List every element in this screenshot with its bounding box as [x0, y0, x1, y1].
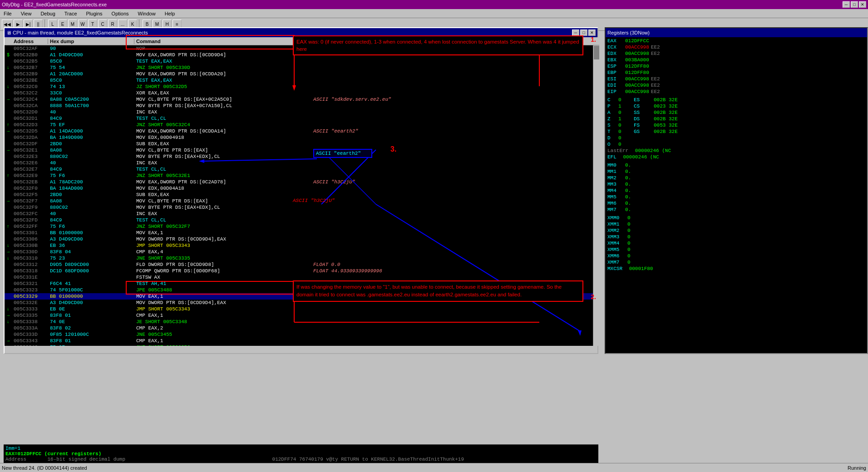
- table-row[interactable]: ↑ 005C32E9 75 F6 JNZ SHORT 005C32E1: [5, 172, 599, 179]
- flag-bit[interactable]: 0: [618, 97, 627, 103]
- table-row[interactable]: → 005C32D5 A1 14DAC000 MOV EAX,DWORD PTR…: [5, 128, 599, 134]
- table-row[interactable]: ↓ 005C32C0 74 13 JZ SHORT 005C32D5: [5, 84, 599, 90]
- table-row[interactable]: ↓ 005C3346 75 0E JNE SHORT 005C3356: [5, 344, 599, 346]
- flag-bit[interactable]: 0: [618, 135, 627, 142]
- table-row[interactable]: 005C32EB A1 78ADC200 MOV EAX,DWORD PTR D…: [5, 179, 599, 185]
- reg-value[interactable]: 00ACC998: [625, 76, 649, 83]
- table-row[interactable]: 005C32E6 40 INC EAX: [5, 160, 599, 166]
- row-address: 005C330B: [12, 243, 48, 248]
- table-row[interactable]: ↓ 005C3338 74 0E JE SHORT 005C3348: [5, 319, 599, 325]
- table-row[interactable]: 005C331E FSTSW AX: [5, 274, 599, 280]
- xmm-reg-value: 0: [627, 215, 631, 221]
- row-command: SUB EDX,EAX: [134, 141, 311, 147]
- table-row[interactable]: → 005C3335 83F8 01 CMP EAX,1: [5, 312, 599, 319]
- table-row[interactable]: 005C3301 BB 01000000 MOV EAX,1: [5, 230, 599, 236]
- flag-bit[interactable]: 0: [618, 110, 627, 116]
- imm-line: Imm=1: [5, 446, 597, 451]
- flag-row: C 0 ES 002B 32E: [607, 97, 865, 103]
- table-row[interactable]: 005C32FC 40 INC EAX: [5, 211, 599, 217]
- menu-plugins[interactable]: Plugins: [84, 10, 104, 17]
- xmm-reg-name: XMM7: [607, 260, 626, 266]
- row-command: MOV EAX,DWORD PTR DS:[0C2AD78]: [134, 179, 311, 185]
- status-left: New thread 24. (ID 00004144) created: [2, 465, 844, 471]
- table-row[interactable]: 005C32F5 2BD0 SUB EDX,EAX: [5, 192, 599, 198]
- reg-comment: EE2: [651, 89, 660, 95]
- table-row[interactable]: ↓ 005C32B7 75 54 JNZ SHORT 005C330D: [5, 64, 599, 71]
- table-row[interactable]: → 005C32C4 8A88 C0A5C200 MOV CL,BYTE PTR…: [5, 96, 599, 103]
- flag-bit[interactable]: 0: [618, 142, 627, 148]
- table-row[interactable]: 005C32DF 2BD0 SUB EDX,EAX: [5, 141, 599, 147]
- row-command: JNZ SHORT 005C32C4: [134, 122, 311, 128]
- row-hex: 83F8 02: [48, 325, 134, 331]
- table-row[interactable]: 005C32D0 40 INC EAX: [5, 109, 599, 115]
- table-row[interactable]: 005C3312 D9D5 D8D9CD00 FLD DWORD PTR DS:…: [5, 261, 599, 268]
- table-row[interactable]: ↓ 005C3333 EB 0E JMP SHORT 005C3343: [5, 306, 599, 312]
- table-row[interactable]: 005C333D 0F85 1201000C JNE 005C3455: [5, 331, 599, 338]
- reg-value[interactable]: 012DFF80: [625, 64, 649, 70]
- row-address: 005C3343: [12, 338, 48, 344]
- xmm-reg-row: XMM40: [607, 241, 865, 247]
- cpu-close[interactable]: ✕: [588, 30, 596, 36]
- row-hex: 85C0: [48, 78, 134, 83]
- menu-options[interactable]: Options: [110, 10, 131, 17]
- table-row[interactable]: 005C3306 A3 D4D9CD00 MOV DWORD PTR DS:[0…: [5, 236, 599, 242]
- cpu-minimize[interactable]: ─: [572, 30, 579, 36]
- flag-bit[interactable]: 1: [618, 103, 627, 110]
- reg-value[interactable]: 00ACC998: [625, 44, 649, 51]
- menu-window[interactable]: Window: [136, 10, 158, 17]
- table-row[interactable]: 005C32BE 85C0 TEST EAX,EAX: [5, 77, 599, 84]
- menu-bar: File View Debug Trace Plugins Options Wi…: [0, 9, 868, 18]
- table-row[interactable]: ↑ 005C32FF 75 F6 JNZ SHORT 005C32F7: [5, 223, 599, 230]
- maximize-button[interactable]: □: [851, 1, 858, 8]
- table-row[interactable]: → 005C330D 83F8 04 CMP EAX,4: [5, 249, 599, 255]
- row-hex: 2BD0: [48, 192, 134, 197]
- menu-help[interactable]: Help: [163, 10, 177, 17]
- table-row[interactable]: 005C32D1 84C9 TEST CL,CL: [5, 115, 599, 122]
- table-row[interactable]: 005C32E3 880C02 MOV BYTE PTR DS:[EAX+EDX…: [5, 153, 599, 160]
- table-row[interactable]: ↑ 005C32D3 75 EF JNZ SHORT 005C32C4: [5, 122, 599, 128]
- flag-bit[interactable]: 1: [618, 116, 627, 123]
- seg-reg-name: [634, 135, 652, 142]
- reg-value[interactable]: 00ACC998: [625, 51, 649, 57]
- mm-reg-row: MM10.: [607, 169, 865, 175]
- menu-file[interactable]: File: [2, 10, 14, 17]
- reg-value[interactable]: 012DFF80: [625, 70, 649, 76]
- table-row[interactable]: 005C32CA 8888 50A1C700 MOV BYTE PTR DS:[…: [5, 103, 599, 109]
- arrow-indicator: →: [5, 199, 12, 204]
- row-command: FLD DWORD PTR DS:[0CDD9D8]: [134, 262, 311, 267]
- scrollbar-thumb[interactable]: [594, 46, 599, 59]
- close-button[interactable]: ✕: [859, 1, 866, 8]
- flag-name: D: [607, 135, 616, 142]
- reg-value[interactable]: 00ACC998: [625, 89, 649, 95]
- menu-debug[interactable]: Debug: [39, 10, 57, 17]
- table-row[interactable]: 005C32C2 33C0 XOR EAX,EAX: [5, 90, 599, 96]
- row-hex: A1 20ACD000: [48, 71, 134, 77]
- table-row[interactable]: 005C32FD 84C9 TEST CL,CL: [5, 217, 599, 223]
- table-row[interactable]: ↓ 005C3310 75 23 JNE SHORT 005C3335: [5, 255, 599, 261]
- table-row[interactable]: 005C32E7 84C9 TEST CL,CL: [5, 166, 599, 172]
- table-row[interactable]: → 005C3343 83F8 01 CMP EAX,1: [5, 338, 599, 344]
- table-row[interactable]: 005C333A 83F8 02 CMP EAX,2: [5, 325, 599, 331]
- table-row[interactable]: 005C32F0 BA 184AD000 MOV EDX,00D04A18: [5, 185, 599, 192]
- table-row[interactable]: 005C32B9 A1 20ACD000 MOV EAX,DWORD PTR D…: [5, 71, 599, 77]
- menu-trace[interactable]: Trace: [63, 10, 79, 17]
- table-row[interactable]: → 005C32E1 8A08 MOV CL,BYTE PTR DS:[EAX]: [5, 147, 599, 153]
- flag-bit[interactable]: 0: [618, 123, 627, 129]
- cpu-maximize[interactable]: □: [580, 30, 587, 36]
- menu-view[interactable]: View: [19, 10, 34, 17]
- row-hex: BA 1849D000: [48, 135, 134, 140]
- table-row[interactable]: 005C32F9 880C02 MOV BYTE PTR DS:[EAX+EDX…: [5, 204, 599, 211]
- minimize-button[interactable]: ─: [843, 1, 850, 8]
- register-row: ECX 00ACC998 EE2: [607, 44, 865, 51]
- seg-reg-name: CS: [634, 103, 652, 110]
- table-row[interactable]: 005C32DA BA 1849D000 MOV EDX,00D04918: [5, 134, 599, 141]
- table-row[interactable]: 005C3318 DC1D 68DFD000 FCOMP QWORD PTR D…: [5, 268, 599, 274]
- row-hex: 75 F6: [48, 224, 134, 229]
- reg-value[interactable]: 00ACC998: [625, 83, 649, 89]
- mm-reg-row: MM20.: [607, 175, 865, 182]
- reg-value[interactable]: 003BA000: [625, 57, 649, 64]
- flag-bit[interactable]: 0: [618, 129, 627, 135]
- reg-value[interactable]: 012DFFCC: [625, 38, 649, 44]
- table-row[interactable]: ↓ 005C330B EB 36 JMP SHORT 005C3343: [5, 242, 599, 249]
- table-row[interactable]: 005C32B5 85C0 TEST EAX,EAX: [5, 58, 599, 64]
